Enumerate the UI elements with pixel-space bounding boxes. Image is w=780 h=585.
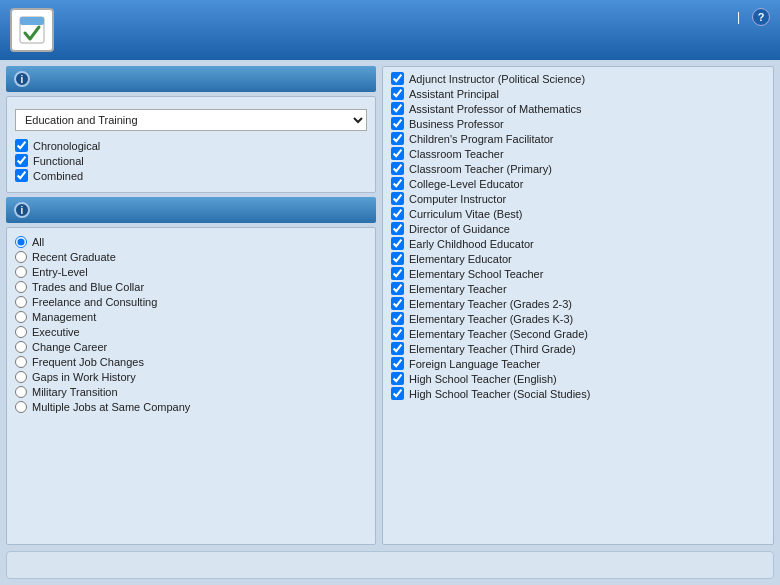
list-item[interactable]: Elementary Teacher (Grades K-3) <box>387 311 769 326</box>
resume-item-checkbox[interactable] <box>391 357 404 370</box>
career-option-label: Recent Graduate <box>32 251 116 263</box>
main-container: i Education and TrainingHealthcareTechno… <box>0 60 780 545</box>
list-item[interactable]: Elementary School Teacher <box>387 266 769 281</box>
resume-item-checkbox[interactable] <box>391 87 404 100</box>
resume-item-checkbox[interactable] <box>391 282 404 295</box>
career-radio[interactable] <box>15 311 27 323</box>
career-option-label: Freelance and Consulting <box>32 296 157 308</box>
resume-item-checkbox[interactable] <box>391 117 404 130</box>
resume-type-row: Chronological <box>15 139 367 152</box>
career-radio[interactable] <box>15 281 27 293</box>
list-item[interactable]: Children's Program Facilitator <box>387 131 769 146</box>
career-section-header: i <box>6 197 376 223</box>
resume-item-label: Assistant Principal <box>409 88 499 100</box>
resume-item-label: Elementary School Teacher <box>409 268 543 280</box>
resume-item-label: Elementary Teacher (Grades 2-3) <box>409 298 572 310</box>
career-radio[interactable] <box>15 356 27 368</box>
career-radio[interactable] <box>15 386 27 398</box>
list-item[interactable]: High School Teacher (Social Studies) <box>387 386 769 401</box>
left-panel: i Education and TrainingHealthcareTechno… <box>6 66 376 545</box>
resume-item-checkbox[interactable] <box>391 237 404 250</box>
list-item[interactable]: College-Level Educator <box>387 176 769 191</box>
help-icon[interactable]: ? <box>752 8 770 26</box>
career-radio[interactable] <box>15 401 27 413</box>
list-item[interactable]: Classroom Teacher (Primary) <box>387 161 769 176</box>
resume-item-label: College-Level Educator <box>409 178 523 190</box>
resume-item-label: High School Teacher (Social Studies) <box>409 388 590 400</box>
resume-items-container: Adjunct Instructor (Political Science)As… <box>387 71 769 401</box>
list-item[interactable]: Elementary Teacher (Grades 2-3) <box>387 296 769 311</box>
career-radio[interactable] <box>15 371 27 383</box>
resume-item-checkbox[interactable] <box>391 102 404 115</box>
career-radio[interactable] <box>15 296 27 308</box>
resume-item-label: Director of Guidance <box>409 223 510 235</box>
career-option-row: Executive <box>15 326 367 338</box>
title-controls: | ? <box>731 8 770 26</box>
career-option-label: Entry-Level <box>32 266 88 278</box>
list-item[interactable]: Classroom Teacher <box>387 146 769 161</box>
resume-type-checkbox[interactable] <box>15 139 28 152</box>
resume-item-label: Elementary Teacher <box>409 283 507 295</box>
resume-item-label: Elementary Teacher (Third Grade) <box>409 343 576 355</box>
resume-item-checkbox[interactable] <box>391 177 404 190</box>
resume-type-checkboxes: ChronologicalFunctionalCombined <box>15 139 367 182</box>
resume-item-checkbox[interactable] <box>391 252 404 265</box>
list-item[interactable]: Adjunct Instructor (Political Science) <box>387 71 769 86</box>
career-option-label: Executive <box>32 326 80 338</box>
list-item[interactable]: Curriculum Vitae (Best) <box>387 206 769 221</box>
resume-item-checkbox[interactable] <box>391 372 404 385</box>
resume-type-checkbox[interactable] <box>15 154 28 167</box>
resume-item-checkbox[interactable] <box>391 312 404 325</box>
resume-item-checkbox[interactable] <box>391 132 404 145</box>
resume-item-checkbox[interactable] <box>391 342 404 355</box>
resume-type-row: Combined <box>15 169 367 182</box>
resume-item-label: Assistant Professor of Mathematics <box>409 103 581 115</box>
resume-item-label: Business Professor <box>409 118 504 130</box>
career-radio[interactable] <box>15 236 27 248</box>
career-radio[interactable] <box>15 326 27 338</box>
resume-list-panel: Adjunct Instructor (Political Science)As… <box>382 66 774 545</box>
career-radio[interactable] <box>15 266 27 278</box>
list-item[interactable]: Foreign Language Teacher <box>387 356 769 371</box>
resume-item-checkbox[interactable] <box>391 387 404 400</box>
divider: | <box>737 10 740 24</box>
career-option-row: Frequent Job Changes <box>15 356 367 368</box>
resume-item-checkbox[interactable] <box>391 297 404 310</box>
app-icon <box>10 8 54 52</box>
resume-item-checkbox[interactable] <box>391 162 404 175</box>
resume-type-label-text: Functional <box>33 155 84 167</box>
list-item[interactable]: Elementary Teacher <box>387 281 769 296</box>
resume-item-checkbox[interactable] <box>391 207 404 220</box>
industry-dropdown[interactable]: Education and TrainingHealthcareTechnolo… <box>15 109 367 131</box>
list-item[interactable]: Business Professor <box>387 116 769 131</box>
resume-item-label: Early Childhood Educator <box>409 238 534 250</box>
list-item[interactable]: Computer Instructor <box>387 191 769 206</box>
list-item[interactable]: Elementary Educator <box>387 251 769 266</box>
career-option-label: Change Career <box>32 341 107 353</box>
resume-item-checkbox[interactable] <box>391 147 404 160</box>
list-item[interactable]: Director of Guidance <box>387 221 769 236</box>
list-item[interactable]: Early Childhood Educator <box>387 236 769 251</box>
resume-item-checkbox[interactable] <box>391 222 404 235</box>
list-item[interactable]: Assistant Principal <box>387 86 769 101</box>
career-option-label: Frequent Job Changes <box>32 356 144 368</box>
career-option-label: Military Transition <box>32 386 118 398</box>
career-radio[interactable] <box>15 341 27 353</box>
list-item[interactable]: Assistant Professor of Mathematics <box>387 101 769 116</box>
career-radio[interactable] <box>15 251 27 263</box>
career-option-label: All <box>32 236 44 248</box>
resume-item-label: Classroom Teacher <box>409 148 504 160</box>
resume-type-checkbox[interactable] <box>15 169 28 182</box>
career-option-row: Trades and Blue Collar <box>15 281 367 293</box>
list-item[interactable]: Elementary Teacher (Second Grade) <box>387 326 769 341</box>
resume-item-checkbox[interactable] <box>391 327 404 340</box>
resume-item-checkbox[interactable] <box>391 267 404 280</box>
list-item[interactable]: Elementary Teacher (Third Grade) <box>387 341 769 356</box>
career-option-row: Military Transition <box>15 386 367 398</box>
resume-item-checkbox[interactable] <box>391 192 404 205</box>
title-bar: | ? <box>0 0 780 60</box>
list-item[interactable]: High School Teacher (English) <box>387 371 769 386</box>
career-option-label: Trades and Blue Collar <box>32 281 144 293</box>
resume-item-checkbox[interactable] <box>391 72 404 85</box>
resume-item-label: Computer Instructor <box>409 193 506 205</box>
